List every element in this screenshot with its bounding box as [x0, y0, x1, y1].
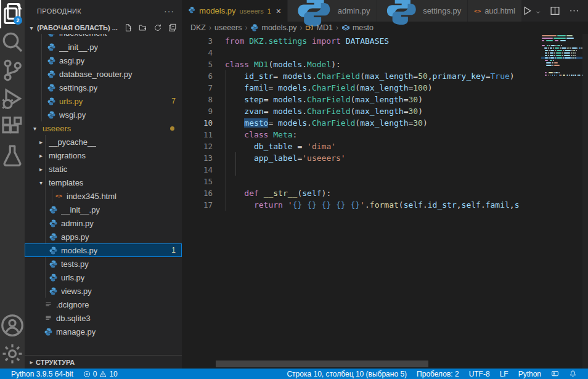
breadcrumb-separator: › — [208, 23, 213, 32]
collapse-all-icon[interactable] — [168, 23, 177, 32]
status-item[interactable]: Строка 10, столбец 10 (выбрано 5) — [282, 370, 412, 378]
more-actions-icon[interactable]: ··· — [164, 6, 174, 16]
tree-item[interactable]: <>index345.html — [25, 189, 182, 203]
code-text: class Meta: — [225, 130, 297, 139]
tree-item-label: static — [49, 165, 67, 174]
status-item[interactable]: Python — [513, 370, 546, 378]
status-label: Строка 10, столбец 10 (выбрано 5) — [287, 370, 407, 378]
refresh-icon[interactable] — [153, 23, 162, 32]
breadcrumb-item[interactable]: DKZ — [190, 23, 206, 32]
status-feedback-icon[interactable] — [546, 370, 564, 378]
tree-folder[interactable]: ▾templates — [25, 176, 182, 189]
line-number: 5 — [182, 60, 213, 69]
tree-item[interactable]: apps.py — [25, 230, 182, 243]
sidebar-header: ПРОВОДНИК ··· — [25, 0, 182, 22]
line-number: 6 — [182, 71, 213, 81]
problems-badge: 1 — [171, 246, 176, 255]
tree-item[interactable]: tests.py — [25, 257, 182, 271]
chevron-down-icon[interactable] — [535, 8, 541, 14]
line-number: 12 — [182, 142, 213, 151]
tree-item[interactable]: __init__.py — [25, 203, 182, 216]
tree-item[interactable]: urls.py — [25, 271, 182, 284]
new-file-icon[interactable] — [124, 23, 133, 32]
tree-folder[interactable]: ▸migrations — [25, 149, 182, 162]
tab-label: aud.html — [484, 6, 515, 15]
tree-folder[interactable]: ▸static — [25, 162, 182, 176]
tab-models-py[interactable]: models.pyuseeers1× — [182, 0, 288, 22]
run-icon[interactable] — [522, 6, 533, 16]
tree-item[interactable]: asgi.py — [25, 54, 182, 67]
tree-item[interactable]: manage.py — [25, 325, 182, 338]
tree-item[interactable]: indexelement — [25, 34, 182, 40]
tree-item-label: __pycache__ — [49, 137, 96, 147]
status-item[interactable]: UTF-8 — [464, 370, 495, 378]
tree-item[interactable]: __init__.py — [25, 40, 182, 54]
minimap[interactable] — [541, 35, 582, 76]
file-tree: indexelement__init__.pyasgi.pydatabase_r… — [25, 34, 182, 341]
code-line-9: 9 zvan= models.CharField(max_length=30) — [182, 105, 588, 117]
tree-item-label: tests.py — [61, 259, 89, 269]
status-problems[interactable]: 010 — [78, 370, 123, 378]
code-editor[interactable]: 3from DKZ.settings import DATABASES45cla… — [182, 34, 588, 369]
tab-aud-html[interactable]: <>aud.html — [468, 0, 522, 22]
tree-item-label: asgi.py — [59, 56, 84, 65]
outline-section-header[interactable]: ▸ СТРУКТУРА — [25, 355, 182, 369]
tree-item[interactable]: models.py1 — [25, 243, 182, 257]
breadcrumb-item[interactable]: mesto — [341, 23, 374, 32]
indent-guide — [226, 70, 226, 211]
new-folder-icon[interactable] — [139, 23, 147, 32]
close-icon[interactable]: × — [276, 6, 281, 16]
horizontal-scrollbar[interactable] — [216, 361, 428, 367]
activity-item-run-debug[interactable] — [0, 85, 25, 113]
chevron-right-icon: ▸ — [27, 359, 36, 365]
python-icon — [47, 110, 56, 120]
tab-admin-py[interactable]: admin.py — [288, 0, 377, 22]
activity-item-search[interactable] — [0, 28, 25, 57]
activity-item-extensions[interactable] — [0, 113, 25, 142]
tree-item[interactable]: wsgi.py — [25, 108, 182, 121]
symbol-field-icon — [341, 23, 350, 32]
tab-settings-py[interactable]: settings.py — [377, 0, 468, 22]
tree-item[interactable]: .dcignore — [25, 298, 182, 311]
code-text: from DKZ.settings import DATABASES — [225, 36, 389, 46]
breadcrumb-item[interactable]: MD1 — [305, 23, 332, 32]
breadcrumb-label: DKZ — [190, 23, 206, 32]
error-icon — [83, 370, 91, 378]
status-python-version[interactable]: Python 3.9.5 64-bit — [6, 370, 78, 378]
status-bell-icon[interactable] — [564, 370, 582, 378]
activity-item-settings[interactable] — [0, 340, 25, 369]
vertical-scrollbar[interactable] — [582, 34, 588, 369]
python-icon — [47, 43, 56, 52]
workspace-section-header[interactable]: ▾ (РАБОЧАЯ ОБЛАСТЬ) ... — [25, 22, 182, 34]
breadcrumb-label: mesto — [353, 23, 374, 32]
debug-icon — [0, 86, 25, 113]
tree-item[interactable]: urls.py7 — [25, 94, 182, 108]
activity-item-explorer[interactable]: 2 — [0, 0, 25, 28]
status-label: Python 3.9.5 64-bit — [11, 370, 73, 378]
vscode-window: 2 ПРОВОДНИК ··· ▾ (РАБОЧАЯ ОБЛАСТЬ) ... … — [0, 0, 588, 379]
status-item[interactable]: Пробелов: 2 — [412, 370, 464, 378]
bell-icon — [569, 370, 577, 378]
code-line-10: 10 mesto= models.CharField(max_length=30… — [182, 117, 588, 129]
code-line-14: 14 — [182, 164, 588, 176]
tree-item[interactable]: db.sqlite3 — [25, 311, 182, 325]
tree-item[interactable]: database_roouter.py — [25, 67, 182, 81]
breadcrumb-item[interactable]: models.py — [250, 23, 296, 32]
activity-item-account[interactable] — [0, 312, 25, 340]
tree-item[interactable]: admin.py — [25, 216, 182, 230]
tree-item[interactable]: settings.py — [25, 81, 182, 94]
breadcrumb-item[interactable]: useeers — [214, 23, 242, 32]
tree-item[interactable]: views.py — [25, 284, 182, 298]
python-icon — [49, 246, 58, 255]
tree-folder[interactable]: ▾useeers — [25, 121, 182, 135]
ellipsis-icon[interactable] — [569, 6, 579, 16]
activity-item-source-control[interactable] — [0, 57, 25, 85]
code-line-4: 4 — [182, 47, 588, 59]
tree-folder[interactable]: ▸__pycache__ — [25, 135, 182, 149]
activity-item-testing[interactable] — [0, 142, 25, 170]
tree-item-label: db.sqlite3 — [56, 314, 91, 323]
tree-item-label: .dcignore — [56, 300, 89, 309]
split-editor-icon[interactable] — [550, 6, 560, 16]
tree-item-label: indexelement — [59, 34, 107, 38]
status-item[interactable]: LF — [495, 370, 513, 378]
